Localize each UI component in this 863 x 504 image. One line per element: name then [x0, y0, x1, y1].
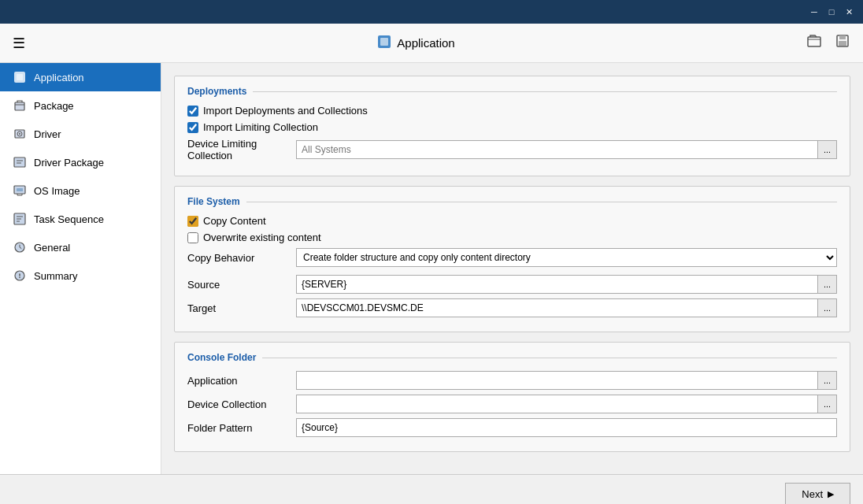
- sidebar-item-application-label: Application: [34, 72, 84, 83]
- content-area: Deployments Import Deployments and Colle…: [161, 63, 863, 474]
- copy-behavior-row: Copy Behavior Create folder structure an…: [187, 248, 837, 267]
- app-icon: [376, 34, 392, 50]
- console-application-browse-button[interactable]: ...: [818, 371, 837, 390]
- sidebar-item-summary-label: Summary: [34, 270, 78, 282]
- copy-content-checkbox[interactable]: [187, 216, 198, 227]
- sidebar-item-general-label: General: [34, 242, 70, 254]
- header-title: Application: [397, 36, 454, 50]
- title-bar-controls: ─ □ ✕: [806, 4, 857, 20]
- device-limiting-browse-button[interactable]: ...: [818, 140, 837, 159]
- copy-content-label[interactable]: Copy Content: [203, 215, 266, 227]
- svg-rect-4: [839, 35, 846, 39]
- deployments-section: Deployments Import Deployments and Colle…: [174, 76, 850, 176]
- sidebar: Application Package Driver: [0, 63, 161, 474]
- header-bar: ☰ Application: [0, 24, 863, 63]
- driver-package-icon: [12, 154, 28, 170]
- next-button[interactable]: Next ▶: [785, 483, 850, 504]
- title-bar: ─ □ ✕: [0, 0, 863, 24]
- sidebar-item-os-image[interactable]: OS Image: [0, 176, 161, 205]
- import-limiting-checkbox[interactable]: [187, 122, 198, 133]
- folder-pattern-input[interactable]: [296, 418, 837, 437]
- header-right: [803, 30, 854, 56]
- next-arrow-icon: ▶: [828, 489, 834, 499]
- console-application-input[interactable]: [296, 371, 818, 390]
- hamburger-menu-button[interactable]: ☰: [9, 32, 28, 55]
- task-sequence-icon: [12, 211, 28, 227]
- source-target-area: Source ... Target ...: [187, 275, 837, 317]
- header-left: ☰: [9, 32, 28, 55]
- device-collection-label: Device Collection: [187, 398, 290, 410]
- source-input[interactable]: [296, 275, 818, 294]
- package-icon: [12, 98, 28, 113]
- deployments-title: Deployments: [187, 86, 837, 97]
- source-label: Source: [187, 279, 290, 291]
- filesystem-title: File System: [187, 196, 837, 207]
- import-deployments-label[interactable]: Import Deployments and Collections: [203, 105, 368, 117]
- console-folder-section: Console Folder Application ... Device Co…: [174, 342, 850, 452]
- svg-rect-7: [17, 74, 23, 80]
- application-icon: [12, 69, 28, 85]
- target-input[interactable]: [296, 298, 818, 317]
- overwrite-checkbox[interactable]: [187, 232, 198, 243]
- svg-rect-12: [14, 158, 25, 167]
- source-browse-button[interactable]: ...: [818, 275, 837, 294]
- sidebar-item-driver-package-label: Driver Package: [34, 157, 104, 169]
- close-button[interactable]: ✕: [841, 4, 857, 20]
- device-limiting-label: Device Limiting Collection: [187, 138, 290, 161]
- source-row: Source ...: [187, 275, 837, 294]
- save-icon: [835, 33, 850, 49]
- header-icon: [376, 34, 392, 52]
- target-input-wrap: ...: [296, 298, 837, 317]
- console-application-input-wrap: ...: [296, 371, 837, 390]
- bottom-bar: Next ▶: [0, 474, 863, 504]
- summary-icon: [12, 268, 28, 284]
- sidebar-item-task-sequence[interactable]: Task Sequence: [0, 205, 161, 233]
- copy-behavior-select[interactable]: Create folder structure and copy only co…: [296, 248, 837, 267]
- console-application-label: Application: [187, 375, 290, 387]
- sidebar-item-package[interactable]: Package: [0, 91, 161, 120]
- device-limiting-row: Device Limiting Collection ...: [187, 138, 837, 161]
- sidebar-item-driver-package[interactable]: Driver Package: [0, 148, 161, 176]
- svg-point-11: [19, 133, 20, 135]
- save-button[interactable]: [832, 30, 854, 56]
- svg-rect-5: [839, 41, 846, 46]
- sidebar-item-driver[interactable]: Driver: [0, 120, 161, 148]
- device-limiting-input[interactable]: [296, 140, 818, 159]
- import-limiting-label[interactable]: Import Limiting Collection: [203, 121, 318, 133]
- copy-content-row: Copy Content: [187, 215, 837, 227]
- svg-rect-14: [17, 188, 23, 191]
- device-collection-input-wrap: ...: [296, 395, 837, 413]
- console-application-row: Application ...: [187, 371, 837, 390]
- device-limiting-input-wrap: ...: [296, 140, 837, 159]
- sidebar-item-driver-label: Driver: [34, 128, 61, 140]
- filesystem-section: File System Copy Content Overwrite exist…: [174, 186, 850, 332]
- sidebar-item-application[interactable]: Application: [0, 63, 161, 91]
- os-image-icon: [12, 183, 28, 198]
- sidebar-item-task-sequence-label: Task Sequence: [34, 213, 104, 225]
- app-wrapper: Application Package Driver: [0, 63, 863, 474]
- import-deployments-checkbox[interactable]: [187, 106, 198, 117]
- general-icon: [12, 239, 28, 255]
- import-deployments-row: Import Deployments and Collections: [187, 105, 837, 117]
- device-collection-input[interactable]: [296, 395, 818, 413]
- header-title-area: Application: [376, 34, 454, 52]
- folder-pattern-label: Folder Pattern: [187, 422, 290, 434]
- device-collection-row: Device Collection ...: [187, 395, 837, 413]
- sidebar-item-general[interactable]: General: [0, 233, 161, 261]
- svg-rect-1: [380, 38, 388, 46]
- minimize-button[interactable]: ─: [806, 4, 822, 20]
- svg-rect-2: [808, 37, 820, 46]
- open-template-button[interactable]: [803, 30, 825, 56]
- next-label: Next: [802, 488, 823, 500]
- sidebar-item-summary[interactable]: Summary: [0, 261, 161, 290]
- overwrite-label[interactable]: Overwrite existing content: [203, 232, 321, 243]
- svg-rect-8: [15, 102, 24, 110]
- sidebar-item-package-label: Package: [34, 100, 74, 112]
- overwrite-row: Overwrite existing content: [187, 232, 837, 243]
- copy-behavior-dropdown-wrap: Create folder structure and copy only co…: [296, 248, 837, 267]
- driver-icon: [12, 126, 28, 142]
- target-browse-button[interactable]: ...: [818, 298, 837, 317]
- device-collection-browse-button[interactable]: ...: [818, 395, 837, 413]
- maximize-button[interactable]: □: [824, 4, 839, 20]
- folder-pattern-row: Folder Pattern: [187, 418, 837, 437]
